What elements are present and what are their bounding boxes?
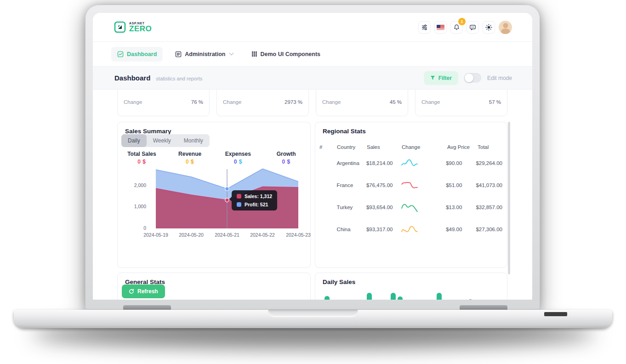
bar (468, 299, 473, 300)
language-selector-button[interactable] (434, 21, 447, 34)
daily-sales-bar-chart[interactable] (315, 273, 507, 300)
chevron-down-icon (229, 51, 233, 56)
content-scrollbar[interactable] (508, 122, 510, 274)
bar (324, 296, 330, 300)
kpi-expenses: Expenses 0 $ (214, 151, 262, 165)
page-subtitle: statistics and reports (156, 76, 202, 81)
app-screen: ASP.NET ZERO (93, 13, 532, 300)
kpi-growth: Growth 0 $ (262, 151, 310, 165)
brand-logo-text: ASP.NET ZERO (129, 22, 152, 33)
regional-stats-table: # Country Sales Change Avg Price Total A… (319, 142, 502, 240)
general-stats-card: General Stats Refresh (117, 273, 311, 300)
sales-kpi-row: Total Sales 0 $ Revenue 0 $ Expenses 0 (118, 151, 310, 165)
us-flag-icon (437, 25, 444, 30)
tooltip-profit-row: Profit: 521 (237, 202, 272, 207)
daily-sales-card: Daily Sales (315, 273, 507, 300)
profit-point (225, 187, 229, 191)
table-row-china: China $93,317.00 $49.00 $27,306.00 (319, 218, 502, 240)
administration-list-icon (175, 51, 182, 57)
change-label: Change (421, 99, 440, 105)
main-navbar: Dashboard Administration (93, 41, 532, 67)
change-card-1: Change 76 % (117, 90, 210, 116)
tab-daily[interactable]: Daily (121, 134, 147, 147)
change-card-4: Change 57 % (415, 90, 507, 116)
y-tick-0: 0 (126, 225, 146, 231)
change-value: 45 % (390, 99, 402, 105)
sales-summary-title: Sales Summary (118, 122, 310, 135)
refresh-icon (129, 289, 134, 294)
change-card-3: Change 45 % (316, 90, 408, 116)
x-tick: 2024-05-22 (245, 232, 280, 238)
tooltip-profit-text: Profit: 521 (245, 202, 268, 207)
bar (367, 293, 372, 300)
page-subheader: Dashboard statistics and reports Filter … (93, 67, 532, 90)
laptop-lid: ASP.NET ZERO (85, 5, 540, 310)
refresh-label: Refresh (137, 288, 158, 295)
filter-funnel-icon (430, 75, 435, 80)
brand-main-label: ZERO (129, 25, 152, 33)
tab-weekly[interactable]: Weekly (147, 134, 177, 147)
filter-label: Filter (438, 75, 452, 81)
user-avatar[interactable] (499, 21, 512, 34)
tab-monthly[interactable]: Monthly (177, 134, 210, 147)
notifications-button[interactable]: 1 (450, 21, 463, 34)
bar (437, 293, 442, 300)
change-label: Change (322, 99, 341, 105)
nav-dashboard-label: Dashboard (127, 51, 157, 57)
nav-item-administration[interactable]: Administration (169, 47, 239, 62)
chat-button[interactable] (467, 21, 479, 34)
grid-icon (251, 51, 257, 57)
nav-item-demo-ui-components[interactable]: Demo UI Components (245, 47, 327, 62)
bell-icon (453, 24, 460, 31)
profit-legend-swatch (237, 202, 241, 207)
dashboard-content: Change 76 % Change 2973 % Change 45 % (93, 90, 532, 300)
regional-stats-card: Regional Stats # Country Sales Change Av… (315, 122, 507, 268)
refresh-button[interactable]: Refresh (122, 284, 165, 298)
table-row-france: France $76,475.00 $51.00 $41,073.00 (319, 174, 502, 196)
change-value: 2973 % (285, 99, 302, 105)
sales-point (225, 198, 229, 202)
x-tick: 2024-05-23 (281, 232, 316, 238)
laptop-hinge-notch (268, 310, 358, 317)
general-stats-title: General Stats (118, 273, 310, 285)
tooltip-sales-row: Sales: 1,312 (237, 193, 272, 199)
chart-tooltip: Sales: 1,312 Profit: 521 (232, 190, 277, 210)
table-row-turkey: Turkey $93,654.00 $13.00 $32,857.00 (319, 196, 502, 218)
y-tick-2000: 2,000 (126, 182, 146, 188)
sparkline-turkey (401, 202, 418, 213)
sun-icon (485, 24, 492, 31)
filter-button[interactable]: Filter (424, 71, 458, 85)
edit-mode-label: Edit mode (487, 75, 512, 81)
x-tick: 2024-05-19 (138, 232, 173, 238)
nav-demo-ui-label: Demo UI Components (261, 51, 321, 57)
dashboard-chart-icon (117, 51, 124, 57)
avatar-head (503, 23, 508, 28)
notification-badge: 1 (458, 18, 466, 25)
tooltip-sales-text: Sales: 1,312 (245, 193, 272, 199)
sparkline-argentina (401, 158, 418, 169)
laptop-mockup: ASP.NET ZERO (0, 0, 626, 364)
brand-logo-icon (114, 21, 126, 33)
edit-mode-toggle[interactable] (464, 73, 481, 83)
sliders-icon (421, 24, 428, 31)
nav-administration-label: Administration (185, 51, 225, 57)
nav-item-dashboard[interactable]: Dashboard (111, 47, 163, 62)
laptop-port (544, 312, 567, 316)
theme-toggle-button[interactable] (483, 21, 495, 34)
regional-stats-title: Regional Stats (315, 122, 507, 135)
bar (391, 293, 396, 300)
sales-summary-tabs: Daily Weekly Monthly (121, 134, 210, 147)
kpi-revenue: Revenue 0 $ (166, 151, 214, 165)
x-tick: 2024-05-21 (210, 232, 245, 238)
y-tick-1000: 1,000 (126, 204, 146, 209)
settings-sliders-button[interactable] (418, 21, 431, 34)
page-title: Dashboard (114, 74, 150, 82)
change-label: Change (223, 99, 241, 105)
bar (398, 296, 403, 300)
brand-logo[interactable]: ASP.NET ZERO (114, 21, 152, 33)
sparkline-france (401, 180, 418, 191)
change-card-2: Change 2973 % (216, 90, 309, 116)
chat-icon (469, 24, 476, 31)
change-value: 57 % (489, 99, 501, 105)
toggle-knob (465, 74, 473, 82)
